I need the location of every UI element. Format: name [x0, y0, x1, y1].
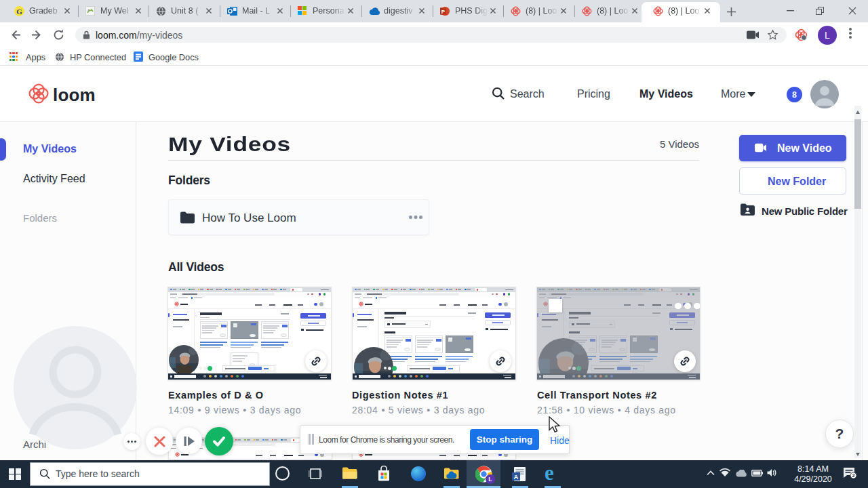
svg-text:2: 2	[852, 472, 854, 479]
svg-text:A: A	[514, 473, 519, 481]
svg-text:P: P	[441, 9, 446, 15]
